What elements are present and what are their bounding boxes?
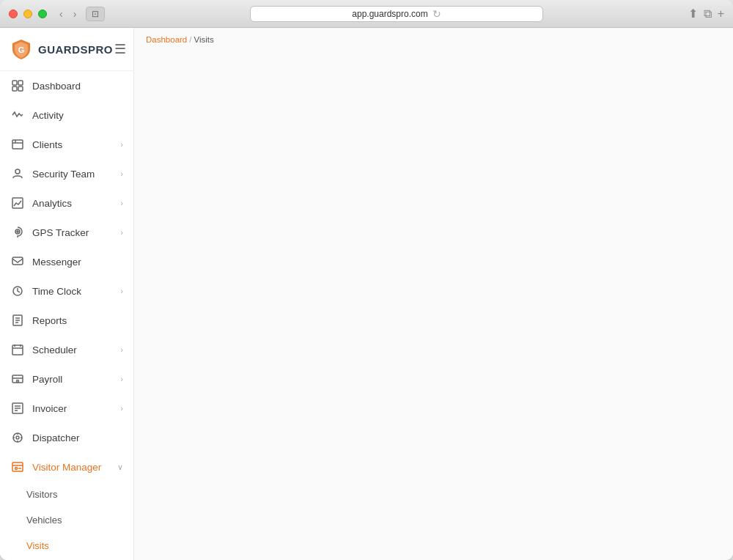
sidebar-item-scheduler[interactable]: Scheduler › xyxy=(0,335,133,364)
main-content: Dashboard/Visits xyxy=(134,28,733,560)
minimize-button[interactable] xyxy=(23,10,32,18)
sidebar-label-visitors: Visitors xyxy=(26,489,57,500)
toolbar-icons: ⬆ ⧉ + xyxy=(688,7,724,21)
nav-buttons: ‹ › xyxy=(56,7,80,21)
reload-icon[interactable]: ↻ xyxy=(432,8,441,20)
sidebar-item-invoicer[interactable]: Invoicer › xyxy=(0,394,133,423)
svg-rect-35 xyxy=(12,463,23,471)
scheduler-icon xyxy=(10,342,25,357)
sidebar-item-vehicles[interactable]: Vehicles xyxy=(0,507,133,533)
breadcrumb: Dashboard/Visits xyxy=(134,28,733,51)
sidebar-item-activity[interactable]: Activity xyxy=(0,100,133,130)
sidebar-item-time-clock[interactable]: Time Clock › xyxy=(0,276,133,306)
sidebar-item-messenger[interactable]: Messenger xyxy=(0,247,133,276)
address-bar-wrap: app.guardspro.com ↻ xyxy=(111,6,682,22)
invoicer-icon xyxy=(10,401,25,416)
sidebar-label-time-clock: Time Clock xyxy=(32,286,81,297)
titlebar: ‹ › ⊡ app.guardspro.com ↻ ⬆ ⧉ + xyxy=(0,0,733,28)
breadcrumb-separator: / xyxy=(189,35,191,44)
app-content: G GUARDSPRO ☰ Dashboard xyxy=(0,28,733,560)
copy-icon[interactable]: ⧉ xyxy=(704,7,712,21)
window: ‹ › ⊡ app.guardspro.com ↻ ⬆ ⧉ + xyxy=(0,0,733,560)
svg-point-8 xyxy=(15,169,20,174)
analytics-chevron: › xyxy=(120,199,123,207)
sidebar-item-visitor-manager[interactable]: Visitor Manager ∨ xyxy=(0,452,133,482)
sidebar-item-analytics[interactable]: Analytics › xyxy=(0,188,133,218)
sidebar-item-payroll[interactable]: Payroll › xyxy=(0,364,133,394)
messenger-icon xyxy=(10,254,25,269)
forward-button[interactable]: › xyxy=(70,7,81,21)
sidebar-header: G GUARDSPRO ☰ xyxy=(0,28,133,71)
sidebar-label-security-team: Security Team xyxy=(32,169,95,180)
sidebar-label-payroll: Payroll xyxy=(32,374,62,385)
sidebar-item-reports[interactable]: Reports xyxy=(0,306,133,335)
sidebar-item-gps-tracker[interactable]: GPS Tracker › xyxy=(0,218,133,247)
sidebar-item-visits[interactable]: Visits xyxy=(0,533,133,559)
dashboard-icon xyxy=(10,78,25,93)
sidebar-label-dispatcher: Dispatcher xyxy=(32,432,80,443)
gps-chevron: › xyxy=(120,228,123,237)
logo-icon: G xyxy=(10,38,32,60)
svg-point-30 xyxy=(16,436,19,439)
clients-icon xyxy=(10,137,25,152)
gps-icon xyxy=(10,225,25,240)
share-icon[interactable]: ⬆ xyxy=(688,7,698,21)
dispatcher-icon xyxy=(10,430,25,445)
sidebar-label-messenger: Messenger xyxy=(32,257,81,268)
svg-rect-12 xyxy=(12,257,23,265)
logo: G GUARDSPRO xyxy=(10,38,113,60)
svg-rect-5 xyxy=(12,140,23,149)
close-button[interactable] xyxy=(9,10,18,18)
svg-rect-1 xyxy=(12,81,17,85)
sidebar-label-dashboard: Dashboard xyxy=(32,81,81,92)
scheduler-chevron: › xyxy=(120,345,123,354)
sidebar-label-clients: Clients xyxy=(32,139,62,150)
visitor-manager-icon xyxy=(10,460,25,474)
svg-rect-3 xyxy=(12,86,17,91)
reports-icon xyxy=(10,313,25,328)
tab-button[interactable]: ⊡ xyxy=(86,7,105,21)
maximize-button[interactable] xyxy=(38,10,47,18)
sidebar-label-vehicles: Vehicles xyxy=(26,515,62,526)
payroll-chevron: › xyxy=(120,375,123,383)
sidebar-label-visits: Visits xyxy=(26,540,49,551)
svg-point-11 xyxy=(17,231,18,232)
breadcrumb-current: Visits xyxy=(194,35,213,44)
url-text: app.guardspro.com xyxy=(352,9,427,19)
time-clock-icon xyxy=(10,284,25,298)
time-clock-chevron: › xyxy=(120,287,123,295)
sidebar-item-clients[interactable]: Clients › xyxy=(0,130,133,159)
sidebar-item-dispatcher[interactable]: Dispatcher xyxy=(0,423,133,452)
svg-rect-4 xyxy=(18,86,23,91)
sidebar-label-gps-tracker: GPS Tracker xyxy=(32,227,89,238)
clients-chevron: › xyxy=(120,140,123,149)
sidebar-label-invoicer: Invoicer xyxy=(32,403,67,414)
plus-icon[interactable]: + xyxy=(718,7,724,21)
address-bar[interactable]: app.guardspro.com ↻ xyxy=(250,6,543,22)
svg-rect-22 xyxy=(12,375,23,383)
security-team-icon xyxy=(10,166,25,181)
sidebar-label-analytics: Analytics xyxy=(32,198,72,209)
visitor-manager-chevron: ∨ xyxy=(117,463,123,472)
nav-list: Dashboard Activity Clients › xyxy=(0,71,133,560)
svg-rect-2 xyxy=(18,81,23,85)
activity-icon xyxy=(10,108,25,122)
hamburger-button[interactable]: ☰ xyxy=(113,40,128,59)
payroll-icon xyxy=(10,372,25,386)
sidebar-label-visitor-manager: Visitor Manager xyxy=(32,462,101,473)
svg-rect-9 xyxy=(12,198,23,208)
sidebar-item-visitors[interactable]: Visitors xyxy=(0,482,133,507)
svg-point-37 xyxy=(15,468,18,470)
svg-rect-18 xyxy=(12,345,23,355)
invoicer-chevron: › xyxy=(120,404,123,413)
sidebar-label-scheduler: Scheduler xyxy=(32,345,77,355)
sidebar-item-dashboard[interactable]: Dashboard xyxy=(0,71,133,100)
sidebar: G GUARDSPRO ☰ Dashboard xyxy=(0,28,134,560)
back-button[interactable]: ‹ xyxy=(56,7,67,21)
breadcrumb-parent[interactable]: Dashboard xyxy=(146,35,187,44)
sidebar-label-reports: Reports xyxy=(32,315,67,326)
logo-text: GUARDSPRO xyxy=(38,43,113,56)
svg-text:G: G xyxy=(18,45,25,54)
sidebar-item-security-team[interactable]: Security Team › xyxy=(0,159,133,188)
svg-point-24 xyxy=(17,380,19,383)
